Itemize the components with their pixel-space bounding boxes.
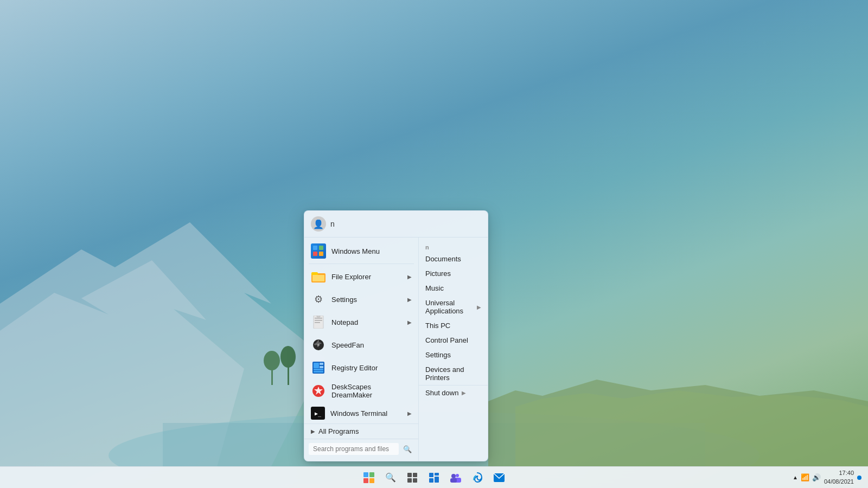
right-item-this-pc[interactable]: This PC (419, 318, 488, 333)
windows-terminal-label: Windows Terminal (330, 409, 402, 418)
svg-rect-33 (429, 478, 433, 483)
search-typed-text: n (330, 220, 481, 228)
start-menu-search-bar: 👤 n (304, 211, 488, 237)
svg-point-5 (264, 351, 280, 370)
svg-point-19 (317, 344, 320, 346)
svg-rect-25 (314, 371, 323, 373)
windows-terminal-arrow: ▶ (407, 410, 412, 416)
svg-rect-21 (314, 363, 319, 368)
menu-item-settings[interactable]: ⚙ Settings ▶ (304, 288, 418, 311)
taskbar-right: ▲ 📶 🔊 17:40 04/08/2021 (793, 469, 868, 486)
deskscapes-label: DeskScapes DreamMaker (331, 383, 412, 399)
svg-rect-12 (312, 275, 324, 281)
tray-chevron-icon[interactable]: ▲ (793, 474, 798, 480)
taskbar-task-view-button[interactable] (403, 468, 422, 487)
all-programs-label: All Programs (318, 427, 359, 435)
search-programs-button[interactable]: 🔍 (401, 442, 414, 455)
svg-rect-27 (407, 473, 412, 477)
svg-rect-30 (413, 478, 417, 483)
taskbar-clock[interactable]: 17:40 04/08/2021 (824, 469, 854, 486)
search-programs-input[interactable] (309, 443, 399, 455)
right-item-universal-apps[interactable]: Universal Applications ▶ (419, 296, 488, 318)
clock-date: 04/08/2021 (824, 478, 854, 486)
taskbar: 🔍 (0, 466, 868, 488)
registry-editor-label: Registry Editor (331, 364, 412, 372)
taskbar-start-button[interactable] (359, 468, 379, 487)
notepad-icon (311, 314, 326, 330)
svg-rect-15 (315, 320, 322, 321)
tray-volume-icon[interactable]: 🔊 (812, 473, 821, 481)
taskbar-edge-button[interactable] (468, 468, 487, 487)
settings-arrow: ▶ (407, 297, 412, 303)
user-avatar: 👤 (311, 216, 326, 232)
windows-terminal-icon: ▶_ (311, 407, 325, 420)
settings-right-label: Settings (425, 351, 481, 359)
svg-point-7 (280, 346, 296, 368)
shutdown-label: Shut down (425, 389, 458, 397)
all-programs-row[interactable]: ▶ All Programs (304, 423, 418, 439)
windows-menu-label: Windows Menu (331, 247, 412, 255)
universal-apps-label: Universal Applications (425, 299, 475, 315)
svg-rect-23 (320, 366, 323, 368)
taskbar-mail-button[interactable] (489, 468, 509, 487)
universal-apps-arrow: ▶ (477, 304, 481, 310)
taskbar-widgets-button[interactable] (424, 468, 444, 487)
file-explorer-icon (311, 269, 326, 284)
clock-time: 17:40 (824, 469, 854, 477)
svg-rect-32 (435, 473, 439, 476)
right-section-title: n (419, 240, 488, 252)
divider-1 (309, 264, 414, 264)
svg-point-37 (451, 474, 456, 478)
svg-rect-31 (429, 473, 433, 477)
menu-item-notepad[interactable]: Notepad ▶ (304, 311, 418, 333)
system-tray: ▲ 📶 🔊 (793, 473, 821, 481)
taskbar-center: 🔍 (359, 468, 509, 487)
menu-item-registry-editor[interactable]: Registry Editor (304, 356, 418, 379)
menu-item-speedfan[interactable]: SpeedFan (304, 333, 418, 356)
start-menu-body: Windows Menu File Explorer ▶ (304, 237, 488, 461)
speedfan-label: SpeedFan (331, 341, 412, 349)
svg-rect-34 (435, 477, 439, 483)
shutdown-row[interactable]: Shut down ▶ (419, 385, 488, 400)
speedfan-icon (311, 337, 326, 352)
start-menu-left-column: Windows Menu File Explorer ▶ (304, 237, 418, 461)
settings-label: Settings (331, 296, 402, 304)
taskbar-teams-button[interactable] (446, 468, 465, 487)
documents-label: Documents (425, 255, 481, 263)
menu-item-deskscapes[interactable]: DeskScapes DreamMaker (304, 379, 418, 403)
notepad-arrow: ▶ (407, 319, 412, 325)
menu-item-windows-terminal[interactable]: ▶_ Windows Terminal ▶ (304, 403, 418, 423)
svg-rect-29 (407, 478, 412, 483)
svg-marker-9 (515, 390, 868, 466)
file-explorer-label: File Explorer (331, 273, 402, 281)
menu-item-windows-menu[interactable]: Windows Menu (304, 240, 418, 262)
notepad-label: Notepad (331, 318, 402, 326)
windows-menu-icon (311, 243, 326, 259)
desktop: 👤 n Windows Menu (0, 0, 868, 488)
menu-item-file-explorer[interactable]: File Explorer ▶ (304, 265, 418, 288)
file-explorer-arrow: ▶ (407, 274, 412, 280)
tray-network-icon: 📶 (801, 473, 809, 481)
settings-icon: ⚙ (311, 292, 326, 307)
all-programs-arrow-icon: ▶ (311, 428, 315, 434)
music-label: Music (425, 284, 481, 292)
svg-rect-14 (315, 318, 322, 319)
right-item-devices-printers[interactable]: Devices and Printers (419, 362, 488, 385)
shutdown-arrow: ▶ (462, 390, 466, 396)
svg-rect-28 (413, 473, 417, 477)
svg-rect-22 (320, 363, 323, 365)
control-panel-label: Control Panel (425, 336, 481, 344)
svg-point-35 (456, 474, 459, 477)
right-item-control-panel[interactable]: Control Panel (419, 333, 488, 348)
svg-rect-38 (450, 478, 457, 483)
right-item-music[interactable]: Music (419, 281, 488, 296)
right-item-settings-right[interactable]: Settings (419, 348, 488, 362)
start-search-input-row: 🔍 (304, 439, 418, 459)
right-item-pictures[interactable]: Pictures (419, 266, 488, 281)
right-item-documents[interactable]: Documents (419, 252, 488, 266)
svg-rect-16 (315, 322, 320, 323)
taskbar-search-button[interactable]: 🔍 (381, 468, 400, 487)
notification-dot[interactable] (857, 476, 861, 480)
start-menu-right-column: n Documents Pictures Music Universal App… (418, 237, 488, 461)
devices-printers-label: Devices and Printers (425, 365, 481, 382)
